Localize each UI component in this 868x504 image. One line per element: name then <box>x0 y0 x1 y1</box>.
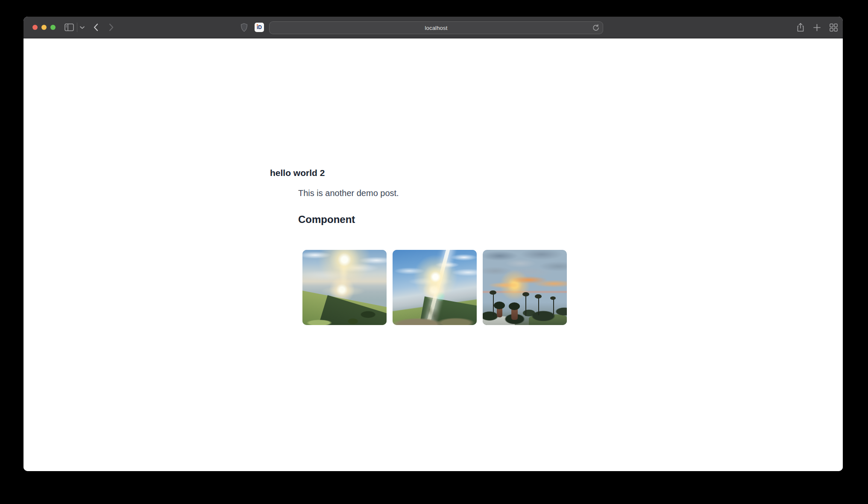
post-title: hello world 2 <box>270 168 325 178</box>
address-bar-url: localhost <box>425 25 447 31</box>
photo-layer <box>550 296 556 300</box>
back-icon <box>94 23 98 31</box>
sidebar-menu-button[interactable] <box>79 25 85 29</box>
new-tab-button[interactable] <box>811 22 822 32</box>
toolbar-separator <box>77 23 77 32</box>
chevron-down-icon <box>80 26 85 29</box>
share-button[interactable] <box>795 22 806 33</box>
photo-layer <box>525 295 526 316</box>
share-icon <box>797 23 804 32</box>
photo-lens-flare-field <box>393 250 477 325</box>
photo-layer <box>538 297 539 315</box>
photo-layer <box>494 302 505 309</box>
photo-layer <box>490 290 496 295</box>
page-content: hello world 2 This is another demo post.… <box>23 38 843 471</box>
section-heading: Component <box>298 214 355 226</box>
photo-sunrise-hillside <box>302 250 387 325</box>
photo-gallery <box>302 250 567 325</box>
extension-icon-dot <box>257 24 258 26</box>
privacy-shield-icon <box>240 23 248 32</box>
photo-layer <box>522 292 529 296</box>
minimize-window-button[interactable] <box>41 25 47 30</box>
photo-layer <box>509 302 520 310</box>
browser-window: iD localhost <box>23 17 843 471</box>
privacy-report-button[interactable] <box>239 22 249 32</box>
sidebar-toggle-button[interactable] <box>64 23 74 32</box>
photo-layer <box>553 299 554 314</box>
zoom-window-button[interactable] <box>50 25 56 30</box>
forward-button[interactable] <box>107 23 115 32</box>
photo-layer <box>302 250 387 325</box>
reload-icon <box>592 23 600 32</box>
back-button[interactable] <box>92 23 100 32</box>
reload-button[interactable] <box>592 23 600 32</box>
tab-overview-icon <box>830 23 838 32</box>
photo-sunset-garden <box>483 250 567 325</box>
window-controls <box>32 25 56 30</box>
close-window-button[interactable] <box>32 25 38 30</box>
post-paragraph: This is another demo post. <box>298 188 399 198</box>
address-bar[interactable]: localhost <box>269 21 603 34</box>
browser-toolbar: iD localhost <box>23 17 843 38</box>
extension-button[interactable]: iD <box>255 23 264 32</box>
photo-layer <box>393 250 477 325</box>
forward-icon <box>109 23 114 31</box>
sidebar-toggle-icon <box>65 23 74 31</box>
tab-overview-button[interactable] <box>827 22 839 32</box>
new-tab-icon <box>813 24 821 31</box>
photo-layer <box>535 294 542 299</box>
